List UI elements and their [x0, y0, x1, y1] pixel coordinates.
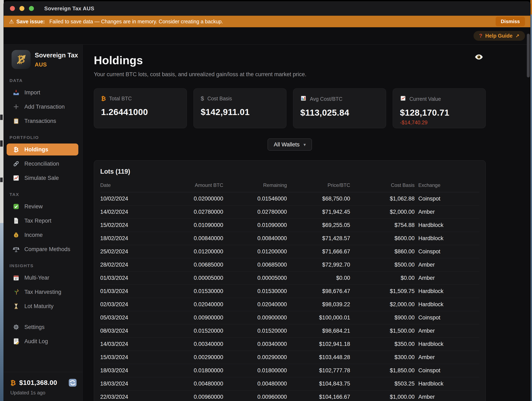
- page-title: Holdings: [94, 54, 530, 67]
- cell-cost-basis: $503.25: [350, 381, 415, 387]
- btc-price: $101,368.00: [19, 379, 57, 387]
- table-body: 10/02/20240.020000000.01546000$68,750.00…: [100, 192, 479, 401]
- sidebar-item-income[interactable]: $Income: [6, 229, 78, 241]
- cell-remaining: 0.00685000: [223, 262, 287, 268]
- sidebar-item-settings[interactable]: Settings: [6, 321, 78, 333]
- cell-price-btc: $69,255.05: [287, 222, 350, 228]
- table-row: 01/03/20240.015300000.01530000$98,676.47…: [100, 285, 479, 298]
- help-guide-button[interactable]: ? Help Guide ↗: [474, 31, 525, 41]
- sidebar-item-label: Import: [24, 89, 40, 96]
- sidebar-item-simulate-sale[interactable]: Simulate Sale: [6, 172, 78, 184]
- stat-value: 1.26441000: [101, 107, 180, 117]
- cell-price-btc: $98,676.47: [287, 288, 350, 295]
- sidebar-item-compare-methods[interactable]: Compare Methods: [6, 243, 78, 255]
- table-row: 18/03/20240.018000000.01800000$102,777.7…: [100, 364, 479, 377]
- cell-remaining: 0.00480000: [223, 381, 287, 387]
- cell-amount-btc: 0.02780000: [162, 209, 223, 215]
- sidebar-item-label: Settings: [24, 324, 45, 330]
- logo-arrow-icon: [12, 50, 31, 69]
- stat-value: $142,911.01: [201, 107, 279, 117]
- sidebar: ₿ Sovereign Tax AUS DATAImportAdd Transa…: [4, 45, 83, 401]
- cell-remaining: 0.00290000: [223, 354, 287, 361]
- cell-exchange: Amber: [415, 209, 479, 215]
- sidebar-item-add-transaction[interactable]: Add Transaction: [6, 101, 78, 113]
- app-region: AUS: [35, 62, 78, 68]
- table-row: 14/02/20240.027800000.02780000$71,942.45…: [100, 205, 479, 219]
- sidebar-item-reconciliation[interactable]: Reconciliation: [6, 158, 78, 170]
- scrollbar-thumb[interactable]: [527, 34, 530, 77]
- cell-cost-basis: $1,000.00: [350, 394, 415, 400]
- hourglass-icon: [13, 302, 20, 310]
- cell-amount-btc: 0.00840000: [162, 235, 223, 242]
- sidebar-item-transactions[interactable]: Transactions: [6, 115, 78, 127]
- stat-card-avg-cost-btc: Avg Cost/BTC$113,025.84: [293, 88, 386, 128]
- external-link-icon: ↗: [515, 33, 519, 39]
- stat-value: $113,025.84: [300, 108, 379, 118]
- stat-label: Current Value: [409, 96, 441, 102]
- column-header-remaining: Remaining: [223, 182, 287, 188]
- zoom-window-button[interactable]: [29, 6, 34, 11]
- close-window-button[interactable]: [10, 6, 15, 11]
- eye-privacy-icon[interactable]: [475, 54, 483, 60]
- sidebar-item-label: Income: [24, 232, 43, 238]
- cell-price-btc: $71,428.57: [287, 235, 350, 242]
- sidebar-item-lot-maturity[interactable]: Lot Maturity: [6, 300, 78, 312]
- sidebar-item-tax-report[interactable]: Tax Report: [6, 215, 78, 227]
- sidebar-item-label: Multi-Year: [24, 275, 49, 281]
- table-row: 28/02/20240.006850000.00685000$72,992.70…: [100, 258, 479, 271]
- calendar-icon: 17: [13, 274, 20, 281]
- cell-remaining: 0.00960000: [223, 394, 287, 400]
- cell-price-btc: $102,777.78: [287, 367, 350, 374]
- dollar-icon: $: [201, 95, 204, 102]
- sidebar-item-audit-log[interactable]: Audit Log: [6, 335, 78, 347]
- table-row: 14/03/20240.003400000.00340000$102,941.1…: [100, 338, 479, 351]
- sidebar-item-review[interactable]: Review: [6, 200, 78, 212]
- main-panel: Holdings Your current BTC lots, cost bas…: [83, 45, 530, 401]
- sidebar-item-label: Audit Log: [24, 338, 48, 345]
- cell-exchange: Hardblock: [415, 288, 479, 295]
- minimize-window-button[interactable]: [19, 6, 24, 11]
- sidebar-section-data: DATA: [4, 72, 82, 86]
- price-updated-status: Updated 1s ago: [10, 390, 77, 396]
- banner-label: Save issue:: [16, 19, 45, 25]
- table-row: 08/03/20240.015200000.01520000$98,684.21…: [100, 324, 479, 338]
- sidebar-nav: DATAImportAdd TransactionTransactionsPOR…: [4, 72, 82, 347]
- cell-amount-btc: 0.00480000: [162, 381, 223, 387]
- wallet-filter-dropdown[interactable]: All Wallets ▾: [268, 139, 312, 151]
- column-header-date: Date: [100, 182, 162, 188]
- cell-date: 02/03/2024: [100, 301, 162, 308]
- column-header-cost-basis: Cost Basis: [350, 182, 415, 188]
- background-glyph: [0, 115, 3, 120]
- scales-icon: [13, 246, 20, 253]
- stat-card-header: $Cost Basis: [201, 95, 279, 102]
- sidebar-spacer: [4, 315, 82, 321]
- cell-remaining: 0.00005000: [223, 275, 287, 281]
- cell-exchange: Coinspot: [415, 367, 479, 374]
- dismiss-button[interactable]: Dismiss: [496, 17, 525, 26]
- link-icon: [13, 160, 20, 167]
- cell-exchange: Amber: [415, 262, 479, 268]
- cell-date: 10/02/2024: [100, 196, 162, 202]
- stat-card-cost-basis: $Cost Basis$142,911.01: [193, 88, 286, 128]
- sidebar-item-import[interactable]: Import: [6, 86, 78, 99]
- table-row: 02/03/20240.020400000.02040000$98,039.22…: [100, 298, 479, 311]
- svg-text:$: $: [15, 234, 17, 237]
- sidebar-item-tax-harvesting[interactable]: Tax Harvesting: [6, 286, 78, 298]
- window-title: Sovereign Tax AUS: [44, 5, 94, 12]
- cell-price-btc: $71,942.45: [287, 209, 350, 215]
- cell-amount-btc: 0.00340000: [162, 341, 223, 347]
- cell-exchange: Amber: [415, 354, 479, 361]
- clipboard-icon: [13, 117, 20, 125]
- svg-text:17: 17: [15, 277, 18, 280]
- cell-price-btc: $68,750.00: [287, 196, 350, 202]
- cell-price-btc: $71,666.67: [287, 248, 350, 255]
- sidebar-item-holdings[interactable]: ₿Holdings: [6, 143, 78, 155]
- sidebar-item-multi-year[interactable]: 17Multi-Year: [6, 272, 78, 284]
- bitcoin-icon: ₿: [10, 379, 16, 387]
- cell-remaining: 0.02780000: [223, 209, 287, 215]
- refresh-price-button[interactable]: [68, 378, 77, 387]
- cell-cost-basis: $1,850.00: [350, 367, 415, 374]
- chevron-down-icon: ▾: [304, 142, 306, 147]
- cell-amount-btc: 0.00900000: [162, 315, 223, 321]
- cell-cost-basis: $300.00: [350, 354, 415, 361]
